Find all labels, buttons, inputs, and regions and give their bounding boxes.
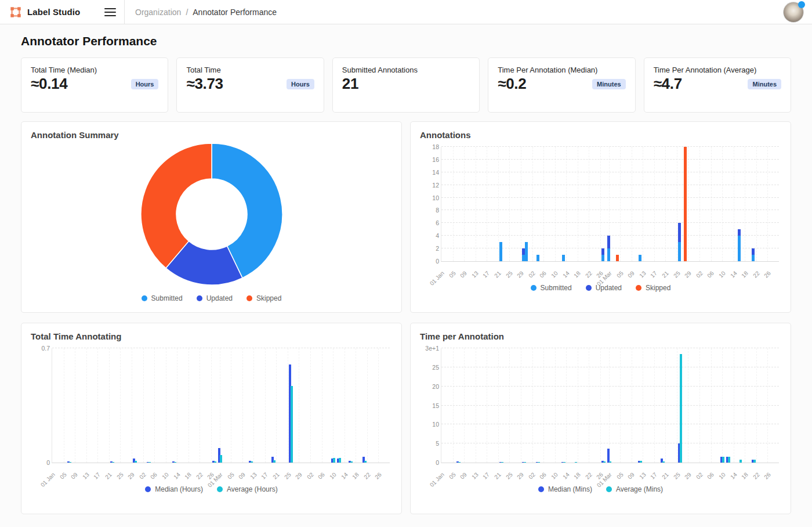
- x-gridline: [620, 348, 621, 463]
- annotations-bar-chart: 02468101214161801 Jan0509131721252902061…: [420, 141, 781, 299]
- bar-average: [575, 462, 577, 463]
- panel-title: Annotation Summary: [31, 130, 392, 140]
- bar-skipped: [616, 255, 619, 261]
- x-gridline: [231, 348, 231, 463]
- stat-card-value: ≈0.14: [31, 75, 67, 93]
- x-gridline: [589, 348, 589, 463]
- legend-dot-icon: [142, 295, 147, 301]
- x-gridline: [509, 147, 510, 261]
- legend-dot-icon: [606, 486, 612, 492]
- legend-item-submitted[interactable]: Submitted: [142, 294, 183, 302]
- y-axis-label: 18: [422, 143, 439, 150]
- x-gridline: [476, 147, 476, 261]
- y-gridline: [441, 146, 779, 147]
- stat-card-unit-badge: Minutes: [748, 79, 781, 89]
- x-gridline: [566, 348, 567, 463]
- x-gridline: [333, 348, 334, 463]
- bar-average: [148, 462, 151, 463]
- x-gridline: [521, 348, 521, 463]
- panel-time-per-annotation: Time per Annotation 05101520253e+101 Jan…: [410, 323, 791, 514]
- x-gridline: [677, 348, 677, 463]
- bar-updated: [601, 248, 604, 255]
- legend-item-average-hours-[interactable]: Average (Hours): [217, 485, 278, 493]
- bar-submitted: [639, 255, 641, 261]
- plot-area: 024681012141618: [441, 147, 779, 262]
- bar-average: [135, 461, 137, 463]
- bar-average: [563, 462, 566, 463]
- x-gridline: [734, 348, 734, 463]
- x-gridline: [188, 348, 189, 463]
- legend-item-updated[interactable]: Updated: [197, 294, 233, 302]
- y-axis-label: 5: [422, 440, 439, 447]
- legend-item-updated[interactable]: Updated: [586, 284, 622, 292]
- bar-submitted: [562, 255, 565, 261]
- stat-card-value: ≈4.7: [654, 75, 682, 93]
- legend-dot-icon: [217, 486, 223, 492]
- legend-dot-icon: [246, 295, 252, 301]
- bar-skipped: [684, 147, 687, 261]
- legend-item-submitted[interactable]: Submitted: [531, 284, 572, 292]
- stat-card-value: 21: [342, 75, 358, 93]
- stat-card-label: Time Per Annotation (Median): [498, 66, 625, 74]
- x-gridline: [177, 348, 177, 463]
- total-time-bar-chart: 00.701 Jan050913172125290206101418222601…: [31, 342, 392, 500]
- bar-average: [220, 455, 222, 463]
- x-gridline: [677, 147, 677, 261]
- x-gridline: [367, 348, 368, 463]
- x-gridline: [64, 348, 64, 463]
- bar-average: [524, 462, 526, 463]
- bar-updated: [738, 229, 741, 236]
- bar-average: [722, 457, 724, 463]
- menu-icon[interactable]: [104, 6, 116, 18]
- stat-card-5: Time Per Annotation (Average)≈4.7Minutes: [644, 57, 791, 113]
- breadcrumb-organization[interactable]: Organization: [135, 8, 181, 17]
- x-gridline: [487, 147, 487, 261]
- x-gridline: [154, 348, 155, 463]
- breadcrumb: Organization / Annotator Performance: [135, 8, 277, 17]
- breadcrumb-separator: /: [186, 8, 188, 17]
- bar-submitted: [499, 242, 502, 261]
- legend-dot-icon: [636, 285, 641, 291]
- top-bar: Label Studio Organization / Annotator Pe…: [0, 0, 812, 24]
- x-gridline: [555, 348, 556, 463]
- x-gridline: [745, 147, 745, 261]
- x-gridline: [643, 147, 643, 261]
- x-gridline: [498, 147, 499, 261]
- y-axis-label: 15: [422, 402, 439, 409]
- x-gridline: [543, 348, 544, 463]
- x-gridline: [756, 348, 757, 463]
- x-gridline: [322, 348, 322, 463]
- bar-average: [640, 461, 642, 463]
- app-title: Label Studio: [27, 7, 80, 17]
- y-axis-label: 14: [422, 169, 439, 176]
- user-avatar[interactable]: [783, 2, 804, 23]
- bar-updated: [607, 236, 610, 248]
- y-gridline: [441, 185, 779, 185]
- y-axis-label: 16: [422, 156, 439, 163]
- y-axis-label: 0: [422, 258, 439, 265]
- bar-average: [603, 461, 606, 463]
- stat-card-value: ≈0.2: [498, 75, 526, 93]
- legend-item-skipped[interactable]: Skipped: [636, 284, 670, 292]
- legend-item-median-mins-[interactable]: Median (Mins): [538, 485, 592, 493]
- y-gridline: [52, 348, 390, 348]
- x-gridline: [600, 147, 601, 261]
- x-gridline: [242, 348, 243, 463]
- x-gridline: [632, 147, 632, 261]
- legend-item-skipped[interactable]: Skipped: [246, 294, 281, 302]
- x-gridline: [97, 348, 98, 463]
- y-axis-label: 2: [422, 245, 439, 252]
- y-gridline: [441, 222, 779, 223]
- bar-average: [214, 461, 216, 463]
- stat-card-label: Time Per Annotation (Average): [654, 66, 781, 74]
- legend-item-median-hours-[interactable]: Median (Hours): [145, 485, 203, 493]
- x-gridline: [654, 147, 655, 261]
- plot-area: 00.7: [52, 348, 390, 463]
- x-gridline: [699, 147, 700, 261]
- panel-title: Total Time Annotating: [31, 331, 392, 341]
- bar-average: [112, 462, 114, 463]
- legend-item-average-mins-[interactable]: Average (Mins): [606, 485, 663, 493]
- x-gridline: [722, 348, 723, 463]
- stat-card-2: Total Time≈3.73Hours: [176, 57, 324, 113]
- plot-area: 05101520253e+1: [441, 348, 779, 463]
